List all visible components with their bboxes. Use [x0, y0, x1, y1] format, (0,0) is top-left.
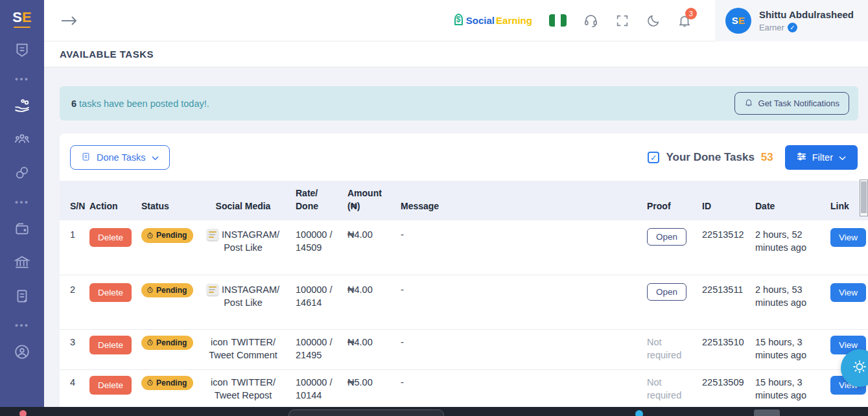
status-badge: Pending — [141, 376, 193, 391]
sidebar-item-profile[interactable] — [0, 336, 44, 370]
brand-rocket-icon: $ — [453, 14, 465, 28]
delete-button[interactable]: Delete — [89, 336, 132, 354]
broken-image-alt-text: icon — [211, 336, 228, 349]
brand-logo[interactable]: $ SocialEarning — [453, 14, 532, 28]
cell-rate-done: 100000 / 10144 — [290, 369, 342, 407]
cell-rate-done: 100000 / 14614 — [290, 275, 342, 329]
sliders-filter-icon — [797, 152, 806, 163]
delete-button[interactable]: Delete — [89, 228, 132, 247]
user-menu[interactable]: SE Shittu Abdulrasheed Earner✓ — [715, 0, 868, 41]
notifications-bell-icon[interactable]: 3 — [677, 14, 692, 28]
bottom-bar-pink-dot-icon[interactable] — [19, 410, 27, 416]
social-platform: TWITTER/ — [231, 376, 276, 389]
sidebar-item-bank[interactable] — [0, 247, 44, 281]
sidebar-divider-dots-icon: ●●● — [15, 314, 29, 336]
cell-id: 22513512 — [697, 220, 750, 275]
cell-rate-done: 100000 / 21495 — [290, 329, 342, 369]
logo-letter-s: S — [12, 9, 22, 25]
sidebar-item-referrals[interactable] — [0, 124, 44, 157]
chevron-down-icon — [839, 152, 846, 163]
cell-date: 15 hours, 3 minutes ago — [750, 369, 825, 407]
social-media-thumbnail-icon — [207, 229, 218, 240]
bottom-bar — [0, 407, 868, 416]
social-platform: INSTAGRAM/ — [222, 283, 279, 296]
bottom-bar-gray-pill[interactable] — [754, 410, 780, 416]
social-media-thumbnail-icon — [207, 284, 218, 295]
view-link-button[interactable]: View — [830, 283, 866, 302]
proof-open-button[interactable]: Open — [647, 228, 686, 246]
support-headset-icon[interactable] — [583, 13, 598, 28]
clipboard-icon — [81, 152, 91, 163]
bottom-bar-blue-dot-icon[interactable] — [635, 410, 643, 416]
broken-image-alt-text: icon — [211, 376, 228, 389]
proof-open-button[interactable]: Open — [647, 283, 686, 301]
header-actions: $ SocialEarning 3 SE Shittu Abdulrasheed — [453, 0, 868, 41]
proof-not-required: Not required — [647, 377, 681, 400]
status-badge: Pending — [141, 283, 193, 298]
cell-sn: 2 — [60, 275, 84, 329]
gear-icon — [852, 359, 867, 377]
nigeria-flag-icon[interactable] — [549, 14, 567, 27]
table-row: 4 Delete Pending iconTWITTER/Tweet Repos… — [60, 369, 868, 407]
cell-rate-done: 100000 / 14509 — [290, 220, 342, 275]
dark-mode-moon-icon[interactable] — [646, 14, 661, 28]
cell-id: 22513509 — [697, 369, 750, 407]
sidebar-logo[interactable]: SE — [12, 9, 31, 28]
col-date: Date — [750, 181, 825, 220]
delete-button[interactable]: Delete — [89, 283, 132, 302]
filter-dropdown-button[interactable]: Filter — [785, 145, 858, 170]
done-tasks-dropdown[interactable]: Done Tasks — [70, 145, 170, 170]
page-title-bar: AVAILABLE TASKS — [44, 41, 868, 67]
brand-text-social: Social — [466, 15, 495, 26]
status-badge: Pending — [141, 228, 193, 243]
hand-coins-icon — [13, 97, 31, 117]
your-done-tasks-label: Your Done Tasks — [666, 151, 754, 164]
cell-date: 15 hours, 3 minutes ago — [750, 329, 825, 369]
col-rate-done: Rate/ Done — [290, 181, 342, 220]
sidebar-divider-dots-icon: ●●● — [15, 191, 29, 213]
table-row: 3 Delete Pending iconTWITTER/Tweet Comme… — [60, 329, 868, 369]
delete-button[interactable]: Delete — [89, 376, 132, 395]
col-proof: Proof — [642, 181, 697, 220]
app-root: SE ●●● ●●● ●●● — [0, 0, 868, 416]
get-task-notifications-button[interactable]: Get Task Notifications — [734, 92, 849, 115]
cell-id: 22513510 — [697, 329, 750, 369]
cell-sn: 3 — [60, 329, 84, 369]
notification-count-badge: 3 — [685, 8, 697, 19]
sidebar-divider-dots-icon: ●●● — [15, 68, 29, 90]
cell-message: - — [395, 369, 642, 407]
sidebar-item-wallet[interactable] — [0, 213, 44, 247]
social-task-type: Post Like — [200, 296, 287, 309]
cell-date: 2 hours, 53 minutes ago — [750, 275, 825, 329]
tasks-card: Done Tasks ✓ Your Done Tasks 53 Filter — [60, 133, 868, 407]
tasks-posted-text: tasks have been posted today!. — [79, 98, 209, 109]
sidebar-item-links[interactable] — [0, 157, 44, 191]
sidebar-item-earnings[interactable] — [0, 90, 44, 124]
wallet-icon — [14, 220, 30, 240]
user-name: Shittu Abdulrasheed — [759, 9, 854, 21]
toolbar-right: ✓ Your Done Tasks 53 Filter — [648, 145, 858, 170]
user-role: Earner — [759, 23, 784, 32]
collapse-sidebar-arrow-icon[interactable] — [60, 14, 79, 28]
page-title: AVAILABLE TASKS — [60, 49, 154, 60]
table-row: 2 Delete Pending INSTAGRAM/Post Like 100… — [60, 275, 868, 329]
shield-tasks-icon — [14, 41, 30, 61]
fullscreen-icon[interactable] — [615, 14, 629, 28]
bank-icon — [14, 254, 30, 273]
proof-not-required: Not required — [647, 337, 681, 360]
top-header: $ SocialEarning 3 SE Shittu Abdulrasheed — [44, 0, 868, 41]
sidebar-item-tasks[interactable] — [0, 34, 44, 68]
horizontal-scrollbar-thumb[interactable] — [288, 410, 444, 416]
cell-amount: ₦5.00 — [342, 369, 395, 407]
people-group-icon — [14, 131, 30, 150]
checkbox-check-icon[interactable]: ✓ — [648, 152, 659, 163]
verified-badge-icon: ✓ — [788, 23, 797, 32]
table-header-row: S/N Action Status Social Media Rate/ Don… — [60, 181, 868, 220]
col-status: Status — [136, 181, 194, 220]
logo-letter-e: E — [22, 9, 32, 25]
scrollbar-thumb[interactable] — [861, 181, 867, 213]
sidebar-item-statements[interactable] — [0, 281, 44, 314]
view-link-button[interactable]: View — [830, 228, 866, 247]
status-badge: Pending — [141, 336, 193, 351]
your-done-tasks: ✓ Your Done Tasks 53 — [648, 151, 773, 164]
